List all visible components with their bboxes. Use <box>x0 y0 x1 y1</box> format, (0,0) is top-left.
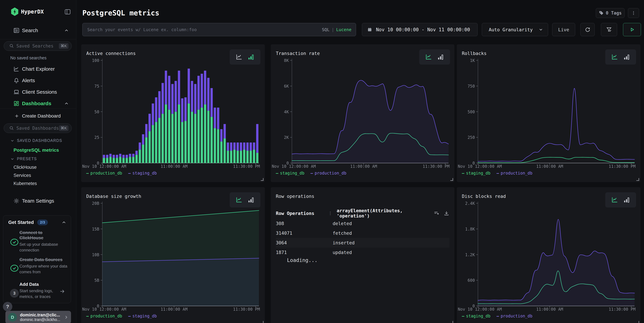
sidebar-item-label: Client Sessions <box>22 89 57 95</box>
sidebar-item-label: Alerts <box>22 78 35 83</box>
legend-item[interactable]: —staging_db <box>462 171 490 176</box>
get-started-item-add-data[interactable]: 3 Add Data Start sending logs, metrics, … <box>8 282 66 304</box>
search-input[interactable] <box>82 27 322 32</box>
get-started-header[interactable]: Get Started 2/3 <box>8 220 66 225</box>
resize-handle[interactable] <box>450 178 453 181</box>
refresh-button[interactable] <box>580 23 594 36</box>
panel-row-operations: Row operations Row Operations ⋮ arrayEle… <box>271 187 454 323</box>
live-button[interactable]: Live <box>552 23 575 36</box>
legend-item[interactable]: —staging_db <box>128 314 157 318</box>
chevron-up-icon <box>64 101 69 106</box>
sidebar-item-team-settings[interactable]: Team Settings <box>0 196 76 206</box>
disc-blocks-chart[interactable] <box>457 201 640 312</box>
get-started-item-sources[interactable]: Create Data Sources Configure where your… <box>8 257 66 284</box>
presets-section[interactable]: PRESETS <box>10 156 37 161</box>
user-email: dominic.tran@clickho... <box>20 318 60 322</box>
plus-icon <box>14 114 19 118</box>
legend-item[interactable]: —production_db <box>86 171 122 176</box>
sort-rows-icon[interactable] <box>434 210 439 216</box>
step-desc: Set up your database connection <box>20 242 62 253</box>
run-query-button[interactable] <box>623 23 641 36</box>
chart-explorer-icon <box>13 66 20 72</box>
check-circle-icon <box>10 264 19 272</box>
legend-item[interactable]: —staging_db <box>128 171 157 176</box>
gear-icon <box>13 198 20 204</box>
more-options-button[interactable] <box>628 8 639 18</box>
database-size-chart[interactable] <box>81 201 265 312</box>
search-section-icon <box>13 27 20 34</box>
sidebar-item-alerts[interactable]: Alerts <box>0 76 76 86</box>
step-desc: Start sending logs, metrics, or traces <box>20 288 62 300</box>
resize-handle[interactable] <box>636 321 639 323</box>
logo-row: HyperDX <box>0 7 76 18</box>
saved-dashboards-input[interactable]: Saved Dashboards ⌘K <box>4 124 72 133</box>
date-range-value: Nov 10 00:00:00 - Nov 11 00:00:00 <box>376 27 470 32</box>
chart-legend: —production_db—staging_db <box>86 314 157 318</box>
sidebar-item-kubernetes[interactable]: Kubernetes <box>14 181 37 186</box>
legend-item[interactable]: —staging_db <box>462 314 490 318</box>
legend-item[interactable]: —production_db <box>496 171 532 176</box>
hyperdx-logo-icon <box>11 8 18 16</box>
sidebar-item-dashboards[interactable]: Dashboards <box>0 98 76 108</box>
resize-handle[interactable] <box>261 321 264 323</box>
download-icon[interactable] <box>444 210 449 216</box>
resize-handle[interactable] <box>636 178 639 181</box>
search-icon <box>9 126 14 130</box>
no-saved-searches-note: No saved searches <box>10 56 46 60</box>
check-circle-icon <box>10 238 19 246</box>
saved-dashboards-section[interactable]: SAVED DASHBOARDS <box>10 138 62 143</box>
tag-icon <box>599 10 604 16</box>
tags-label: 0 Tags <box>606 10 622 16</box>
chart-legend: —staging_db—production_db <box>462 314 532 318</box>
divider <box>0 108 76 109</box>
avatar: D <box>8 313 17 322</box>
step-desc: Configure where your data comes from <box>20 263 68 275</box>
sidebar-item-clickhouse[interactable]: ClickHouse <box>14 165 37 170</box>
table-row[interactable]: 3064inserted <box>276 238 449 248</box>
active-connections-chart[interactable] <box>81 58 265 170</box>
table-row[interactable]: 314071fetched <box>276 228 449 238</box>
kebab-menu-icon <box>631 10 636 16</box>
sidebar-item-services[interactable]: Services <box>14 173 31 178</box>
resize-handle[interactable] <box>450 321 453 323</box>
chart-legend: —staging_db—production_db <box>276 171 346 176</box>
column-drag-handle[interactable]: ⋮ <box>328 211 332 216</box>
tags-button[interactable]: 0 Tags <box>596 8 624 18</box>
date-range-picker[interactable]: Nov 10 00:00:00 - Nov 11 00:00:00 <box>362 23 478 36</box>
filter-button[interactable] <box>601 23 617 36</box>
filter-edit-icon <box>606 26 612 33</box>
transaction-rate-chart[interactable] <box>271 58 454 170</box>
panel-disc-blocks-read: Disc blocks read —staging_db—production_… <box>457 187 640 323</box>
loading-indicator: Loading... <box>287 257 318 263</box>
granularity-select[interactable]: Auto Granularity <box>482 23 548 36</box>
sidebar-collapse-icon[interactable] <box>64 8 71 15</box>
sidebar-item-create-dashboard[interactable]: Create Dashboard <box>0 111 76 121</box>
sidebar-item-postgresql-metrics[interactable]: PostgreSQL metrics <box>14 148 59 153</box>
saved-dashboards-placeholder: Saved Dashboards <box>16 126 59 131</box>
table-header: Row Operations ⋮ arrayElement(Attributes… <box>276 208 449 219</box>
legend-item[interactable]: —staging_db <box>276 171 304 176</box>
step-number-badge: 3 <box>10 289 19 298</box>
user-account-bar[interactable]: D dominic.tran@clic... dominic.tran@clic… <box>6 311 71 323</box>
chevron-up-icon <box>62 220 66 225</box>
granularity-value: Auto Granularity <box>489 27 533 32</box>
table-row[interactable]: 1871updated <box>276 248 449 257</box>
sidebar-item-search[interactable]: Search <box>0 25 76 36</box>
lucene-toggle[interactable]: Lucene <box>336 27 352 32</box>
legend-item[interactable]: —production_db <box>496 314 532 318</box>
table-row[interactable]: 308deleted <box>276 219 449 228</box>
sql-toggle[interactable]: SQL <box>322 27 330 32</box>
app-title: HyperDX <box>21 8 44 15</box>
legend-item[interactable]: —production_db <box>310 171 346 176</box>
sidebar-item-chart-explorer[interactable]: Chart Explorer <box>0 64 76 74</box>
panel-title: Disc blocks read <box>462 194 506 199</box>
chevron-right-icon <box>64 315 68 320</box>
resize-handle[interactable] <box>261 178 264 181</box>
saved-searches-input[interactable]: Saved Searches ⌘K <box>4 41 72 51</box>
rollbacks-chart[interactable] <box>457 58 640 170</box>
panel-title: Transaction rate <box>276 51 320 56</box>
panel-title: Database size growth <box>86 194 141 199</box>
sidebar-item-client-sessions[interactable]: Client Sessions <box>0 87 76 97</box>
help-button[interactable]: ? <box>3 302 12 311</box>
legend-item[interactable]: —production_db <box>86 314 122 318</box>
